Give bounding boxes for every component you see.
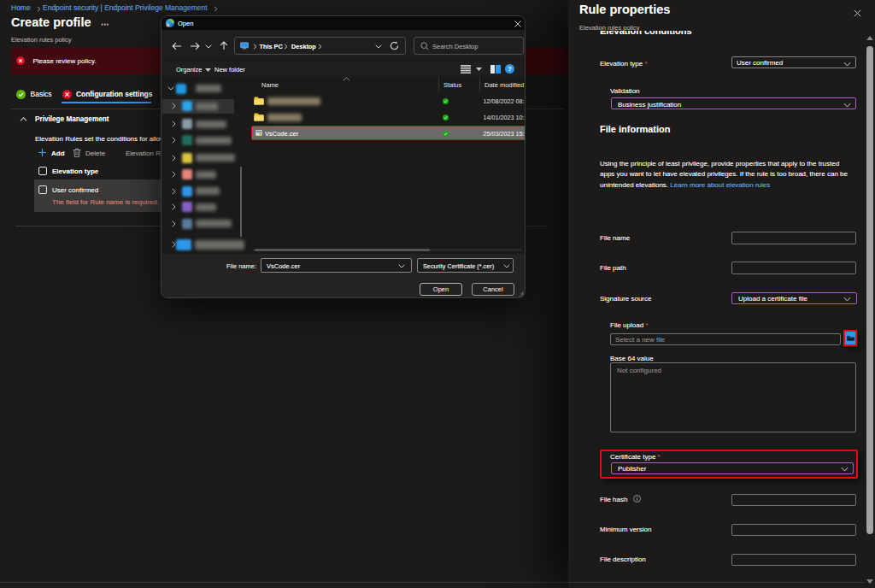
svg-text:?: ? (508, 65, 512, 73)
